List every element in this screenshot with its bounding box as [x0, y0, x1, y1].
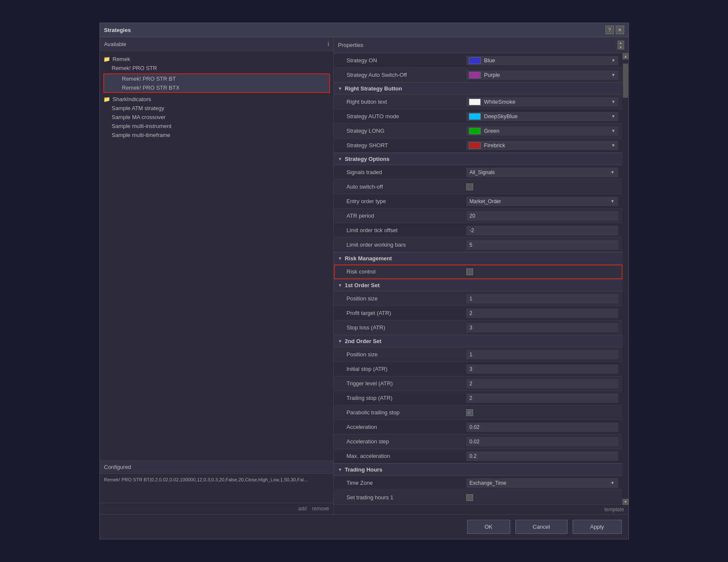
tree-item-sample-multi-time[interactable]: Sample multi-timeframe [100, 131, 333, 140]
section-label: Risk Management [345, 255, 392, 262]
checkbox-set-trading-hours-1[interactable] [466, 494, 473, 501]
color-dropdown-right-btn-text[interactable]: WhiteSmoke ▼ [466, 97, 618, 107]
checkbox-auto-switch-off[interactable] [466, 183, 473, 190]
input-limit-order-working-bars[interactable] [466, 240, 618, 250]
prop-label: Strategy SHORT [338, 142, 466, 149]
scrollbar-thumb[interactable] [623, 64, 628, 98]
prop-label: Limit order tick offset [338, 227, 466, 233]
strategy-tree: 📁 Remek Remek! PRO STR Remek! PRO STR BT… [100, 51, 333, 460]
color-label: Blue [484, 57, 495, 64]
folder-icon: 📁 [103, 56, 110, 62]
input-initial-stop[interactable] [466, 364, 618, 374]
color-dropdown-strategy-short[interactable]: Firebrick ▼ [466, 141, 618, 150]
configured-item-text: Remek! PRO STR BT(0.2,0.02,0.02,100000,1… [104, 477, 308, 482]
remove-button[interactable]: remove [312, 506, 329, 512]
color-dropdown-auto-mode[interactable]: DeepSkyBlue ▼ [466, 112, 618, 121]
prop-label: Trailing stop (ATR) [338, 395, 466, 401]
color-label: Green [484, 128, 500, 134]
tree-item-label: Sample ATM strategy [112, 105, 164, 111]
collapse-icon: ▼ [338, 467, 342, 472]
prop-row-strategy-auto-switch-off: Strategy Auto Switch-Off Purple ▼ [334, 68, 623, 82]
color-swatch [469, 128, 481, 134]
tree-item-sample-multi-inst[interactable]: Sample multi-instrument [100, 122, 333, 131]
add-button[interactable]: add [298, 506, 307, 512]
help-button[interactable]: ? [605, 26, 614, 34]
prop-value [466, 309, 618, 318]
prop-row-right-button-text: Right button text WhiteSmoke ▼ [334, 95, 623, 109]
title-bar: Strategies ? ✕ [100, 23, 629, 37]
scroll-down-btn[interactable]: ▼ [617, 45, 624, 50]
template-label: template [604, 507, 624, 512]
chevron-down-icon: ▼ [611, 114, 616, 119]
prop-row-strategy-on: Strategy ON Blue ▼ [334, 53, 623, 68]
input-position-size-2[interactable] [466, 350, 618, 359]
input-trigger-level[interactable] [466, 379, 618, 388]
section-strategy-options[interactable]: ▼ Strategy Options [334, 153, 623, 165]
checkbox-parabolic-trailing-stop[interactable]: ✓ [466, 409, 473, 416]
tree-item-sample-ma[interactable]: Sample MA crossover [100, 113, 333, 122]
prop-label: Acceleration step [338, 438, 466, 445]
prop-label: Limit order working bars [338, 242, 466, 248]
scroll-down-button[interactable]: ▼ [623, 499, 629, 505]
section-2nd-order-set[interactable]: ▼ 2nd Order Set [334, 335, 623, 347]
apply-button[interactable]: Apply [573, 520, 622, 534]
input-atr-period[interactable] [466, 211, 618, 221]
prop-value: Green ▼ [466, 126, 618, 136]
input-max-acceleration[interactable] [466, 451, 618, 461]
section-label: Trading Hours [345, 466, 382, 473]
input-limit-order-tick-offset[interactable] [466, 226, 618, 235]
select-signals-traded[interactable]: All_Signals ▼ [466, 168, 618, 177]
prop-value [466, 268, 618, 275]
configured-item[interactable]: Remek! PRO STR BT(0.2,0.02,0.02,100000,1… [100, 474, 333, 486]
prop-value: Blue ▼ [466, 56, 618, 65]
prop-value [466, 422, 618, 432]
tree-item-label: SharkIndicators [113, 96, 151, 102]
color-dropdown-auto-switch-off[interactable]: Purple ▼ [466, 70, 618, 80]
template-link[interactable]: template [334, 505, 629, 514]
tree-item-remek-pro-str[interactable]: Remek! PRO STR [100, 64, 333, 73]
prop-value: All_Signals ▼ [466, 168, 618, 177]
tree-item-sample-atm[interactable]: Sample ATM strategy [100, 104, 333, 113]
input-acceleration-step[interactable] [466, 437, 618, 446]
section-1st-order-set[interactable]: ▼ 1st Order Set [334, 279, 623, 291]
right-panel: Properties ▲ ▼ Strategy ON [334, 37, 629, 514]
prop-row-initial-stop: Initial stop (ATR) [334, 362, 623, 376]
input-stop-loss[interactable] [466, 323, 618, 332]
color-dropdown-strategy-long[interactable]: Green ▼ [466, 126, 618, 136]
info-icon[interactable]: i [327, 41, 329, 47]
tree-item-remek-pro-str-btx[interactable]: Remek! PRO STR BTX [104, 83, 329, 92]
prop-label: Strategy AUTO mode [338, 113, 466, 119]
section-risk-management[interactable]: ▼ Risk Management [334, 252, 623, 265]
scroll-up-btn[interactable]: ▲ [617, 41, 624, 45]
input-acceleration[interactable] [466, 422, 618, 432]
scroll-up-button[interactable]: ▲ [623, 53, 629, 59]
prop-row-parabolic-trailing-stop: Parabolic trailing stop ✓ [334, 405, 623, 420]
section-label: Right Strategy Button [345, 85, 402, 92]
prop-label: Auto switch-off [338, 183, 466, 190]
chevron-down-icon: ▼ [611, 480, 615, 485]
prop-row-strategy-auto-mode: Strategy AUTO mode DeepSkyBlue ▼ [334, 109, 623, 124]
close-button[interactable]: ✕ [616, 26, 624, 34]
cancel-button[interactable]: Cancel [515, 520, 567, 534]
select-time-zone[interactable]: Exchange_Time ▼ [466, 478, 618, 488]
prop-value [466, 240, 618, 250]
tree-item-remek-pro-str-bt[interactable]: Remek! PRO STR BT [104, 74, 329, 83]
section-right-strategy-button[interactable]: ▼ Right Strategy Button [334, 82, 623, 95]
input-position-size-1[interactable] [466, 294, 618, 303]
prop-value [466, 183, 618, 190]
tree-item-shark-folder[interactable]: 📁 SharkIndicators [100, 95, 333, 104]
prop-label: Time Zone [338, 480, 466, 486]
checkbox-risk-control[interactable] [466, 268, 473, 275]
input-trailing-stop[interactable] [466, 393, 618, 403]
chevron-down-icon: ▼ [611, 170, 615, 175]
color-label: Purple [484, 72, 500, 78]
prop-value [466, 323, 618, 332]
ok-button[interactable]: OK [467, 520, 510, 534]
section-trading-hours[interactable]: ▼ Trading Hours [334, 463, 623, 476]
select-value: All_Signals [470, 169, 495, 175]
color-dropdown-strategy-on[interactable]: Blue ▼ [466, 56, 618, 65]
input-profit-target[interactable] [466, 309, 618, 318]
select-entry-order-type[interactable]: Market_Order ▼ [466, 197, 618, 206]
prop-value [466, 226, 618, 235]
tree-item-remek-folder[interactable]: 📁 Remek [100, 55, 333, 64]
